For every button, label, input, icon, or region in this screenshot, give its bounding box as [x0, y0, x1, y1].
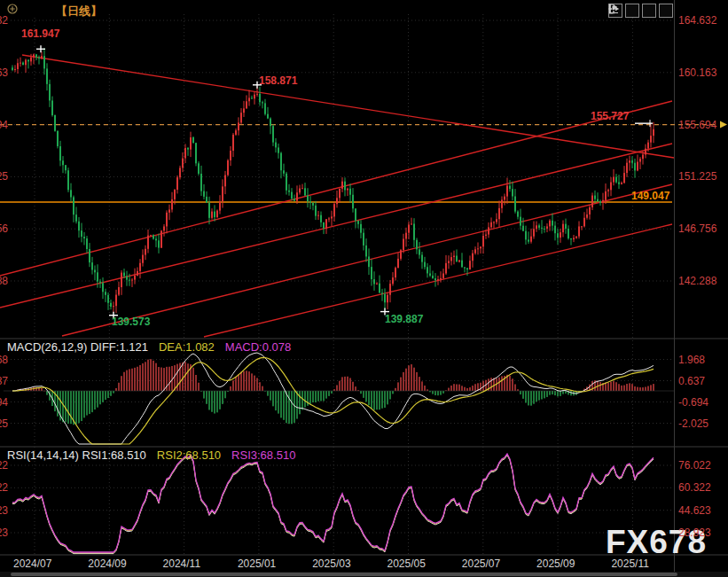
- macd-axis-label-clipped: 1.968: [0, 354, 9, 366]
- grid: [0, 0, 728, 572]
- scrollbar-thumb[interactable]: [11, 573, 677, 576]
- price-annotation: 155.727: [591, 110, 629, 122]
- price-axis-label-clipped: 155.694: [0, 119, 9, 131]
- rsi-axis-label: 60.322: [678, 481, 711, 494]
- period-label: 【日线】: [56, 4, 102, 19]
- rsi-axis-label: 28.923: [678, 526, 711, 539]
- price-axis-label: 155.694: [678, 119, 716, 131]
- rsi-series: [12, 454, 654, 554]
- rsi-axis-label: 76.022: [678, 459, 711, 472]
- x-axis-label: 2025/05: [387, 558, 426, 570]
- price-axis-label: 146.756: [678, 222, 716, 235]
- macd-axis-label: -2.025: [678, 417, 708, 430]
- macd-axis-label: 1.968: [678, 354, 705, 366]
- macd-axis-label: 0.637: [678, 375, 705, 387]
- price-annotation: 161.947: [21, 27, 59, 40]
- x-axis-label: 2025/09: [536, 558, 575, 570]
- price-axis-label: 151.225: [678, 170, 716, 183]
- x-axis-label: 2025/11: [611, 558, 649, 570]
- price-annotation: 149.047: [631, 190, 669, 202]
- chart-canvas[interactable]: [0, 0, 728, 577]
- axis-zoom-right-button[interactable]: [642, 4, 656, 18]
- rsi-axis-label-clipped: 28.923: [0, 526, 9, 539]
- x-axis-label: 2025/07: [462, 558, 500, 570]
- axis-zoom-left-button[interactable]: [625, 4, 639, 18]
- indicator-value: RSI3:68.510: [231, 448, 295, 462]
- rsi-header: RSI(14,14,14) RSI1:68.510RSI2:68.510RSI3…: [7, 448, 306, 462]
- rsi-axis-label-clipped: 44.623: [0, 504, 9, 517]
- x-axis-label: 2025/03: [312, 558, 350, 570]
- chart-toolbar: [608, 4, 673, 18]
- price-annotation: 139.887: [385, 313, 423, 325]
- chart-title: 美元日元【日线】: [7, 4, 106, 19]
- x-axis-label: 2024/07: [13, 558, 51, 570]
- price-axis-label-clipped: 160.163: [0, 66, 9, 79]
- price-axis-label-clipped: 151.225: [0, 170, 9, 183]
- price-annotation: 158.871: [259, 74, 297, 87]
- pop-out-button[interactable]: [659, 4, 673, 18]
- indicator-value: RSI2:68.510: [157, 448, 221, 462]
- price-axis-label: 164.632: [678, 14, 716, 27]
- macd-series: [4, 353, 674, 444]
- price-levels: [0, 121, 727, 202]
- price-axis-label: 142.288: [678, 275, 716, 287]
- indicator-value: MACD:0.078: [225, 340, 291, 354]
- price-axis-label-clipped: 142.288: [0, 275, 9, 287]
- indicator-value: DEA:1.082: [159, 340, 215, 354]
- indicator-value: MACD(26,12,9) DIFF:1.121: [7, 340, 148, 354]
- x-axis-label: 2024/11: [163, 558, 201, 570]
- horizontal-scrollbar: [0, 572, 728, 577]
- macd-axis-label: -0.694: [678, 396, 708, 409]
- indicator-value: RSI(14,14,14) RSI1:68.510: [7, 448, 146, 462]
- price-axis-label: 160.163: [678, 66, 716, 79]
- macd-axis-label-clipped: -2.025: [0, 417, 9, 430]
- x-axis-label: 2025/01: [238, 558, 276, 570]
- rsi-axis-label-clipped: 60.322: [0, 481, 9, 494]
- x-axis-label: 2024/09: [88, 558, 126, 570]
- rsi-axis-label: 44.623: [678, 504, 711, 517]
- macd-axis-label-clipped: -0.694: [0, 396, 9, 409]
- macd-axis-label-clipped: 0.637: [0, 375, 9, 387]
- macd-header: MACD(26,12,9) DIFF:1.121DEA:1.082MACD:0.…: [7, 340, 301, 354]
- chart-window: 美元日元【日线】 MACD(26,12,9) DIFF:1.121DEA:1.0…: [0, 0, 728, 577]
- price-annotation: 139.573: [112, 316, 150, 328]
- price-axis-label-clipped: 146.756: [0, 222, 9, 235]
